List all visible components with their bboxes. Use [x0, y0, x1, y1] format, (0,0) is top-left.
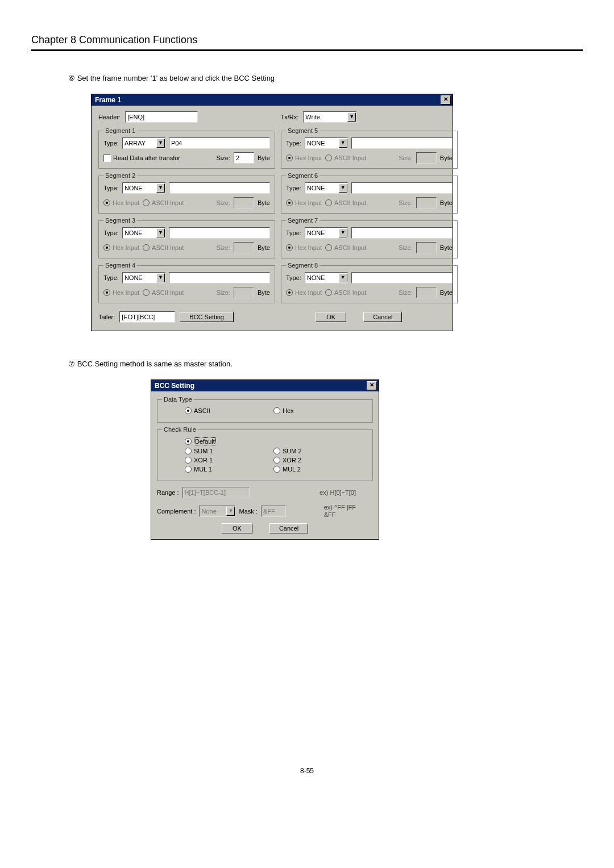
header-label: Header:	[98, 114, 121, 120]
radio-xor1[interactable]: XOR 1	[185, 457, 273, 464]
radio-ascii-input: ASCII Input	[325, 199, 366, 206]
cancel-button[interactable]: Cancel	[363, 312, 402, 322]
radio-dot-icon	[185, 448, 192, 454]
tailer-label: Tailer:	[98, 314, 115, 320]
segment-field[interactable]	[351, 137, 453, 149]
radio-dot-icon	[286, 155, 293, 161]
radio-sum1[interactable]: SUM 1	[185, 448, 273, 454]
close-icon[interactable]: ✕	[367, 381, 377, 390]
segment-legend: Segment 7	[286, 217, 320, 224]
segment-field[interactable]	[351, 227, 453, 239]
radio-default[interactable]: Default	[185, 437, 362, 445]
size-label: Size:	[216, 199, 230, 206]
type-select[interactable]: NONE▼	[305, 182, 348, 194]
mask-input	[261, 506, 286, 517]
segment-4: Segment 4Type:NONE▼Hex InputASCII InputS…	[98, 262, 275, 303]
size-input	[416, 152, 437, 164]
bcc-ok-button[interactable]: OK	[222, 523, 252, 533]
radio-hex[interactable]: Hex	[273, 407, 362, 414]
byte-label: Byte	[258, 289, 270, 296]
type-label: Type:	[286, 229, 301, 236]
segment-legend: Segment 1	[103, 127, 137, 134]
segment-field[interactable]	[169, 227, 270, 239]
chevron-down-icon: ▼	[339, 183, 347, 193]
read-data-checkbox[interactable]: Read Data after transfor	[103, 155, 180, 162]
radio-dot-icon	[185, 466, 192, 473]
radio-hex-input: Hex Input	[103, 244, 139, 251]
type-label: Type:	[103, 229, 119, 236]
radio-sum2[interactable]: SUM 2	[273, 448, 362, 454]
byte-label: Byte	[258, 199, 270, 206]
ok-button[interactable]: OK	[316, 312, 346, 322]
type-select[interactable]: NONE▼	[305, 137, 348, 149]
radio-ascii-input: ASCII Input	[143, 244, 184, 251]
segment-field[interactable]	[169, 272, 270, 283]
radio-xor2[interactable]: XOR 2	[273, 457, 362, 464]
radio-ascii[interactable]: ASCII	[185, 407, 273, 414]
type-select[interactable]: NONE▼	[122, 227, 165, 239]
radio-mul1[interactable]: MUL 1	[185, 466, 273, 473]
radio-hex-input: Hex Input	[286, 199, 322, 206]
step-7-text: BCC Setting method is same as master sta…	[77, 360, 233, 368]
radio-hex-input: Hex Input	[103, 289, 139, 296]
step-7: ⑦ BCC Setting method is same as master s…	[68, 360, 583, 368]
radio-dot-icon	[325, 155, 332, 161]
size-input	[416, 197, 437, 208]
range-label: Range :	[157, 489, 179, 496]
radio-dot-icon	[103, 289, 110, 296]
size-label: Size:	[399, 289, 412, 296]
type-select[interactable]: NONE▼	[305, 227, 348, 239]
radio-dot-icon	[103, 199, 110, 206]
radio-ascii-input: ASCII Input	[325, 155, 366, 161]
size-input[interactable]	[234, 152, 254, 164]
radio-mul2[interactable]: MUL 2	[273, 466, 362, 473]
size-input	[234, 287, 254, 298]
segment-field[interactable]	[351, 272, 453, 283]
size-input	[416, 287, 437, 298]
chevron-down-icon: ▼	[339, 273, 347, 282]
close-icon[interactable]: ✕	[441, 95, 451, 105]
txrx-select[interactable]: Write ▼	[303, 111, 356, 123]
radio-dot-icon	[325, 244, 332, 251]
type-select[interactable]: NONE▼	[122, 272, 165, 283]
type-select[interactable]: NONE▼	[305, 272, 348, 283]
size-label: Size:	[399, 244, 412, 251]
type-label: Type:	[286, 274, 301, 281]
complement-label: Complement :	[157, 508, 196, 515]
radio-dot-icon	[273, 466, 280, 473]
mask-example: ex) ^FF |FF &FF	[324, 504, 373, 519]
byte-label: Byte	[440, 289, 453, 296]
segment-8: Segment 8Type:NONE▼Hex InputASCII InputS…	[281, 262, 458, 303]
radio-dot-icon	[325, 199, 332, 206]
segment-1: Segment 1Type:ARRAY▼Read Data after tran…	[98, 127, 275, 169]
bcc-dialog: BCC Setting ✕ Data Type ASCII Hex	[151, 379, 379, 540]
segment-field[interactable]	[351, 182, 453, 194]
segment-legend: Segment 3	[103, 217, 137, 224]
step-7-num: ⑦	[68, 360, 75, 368]
type-label: Type:	[286, 185, 301, 191]
segment-field[interactable]	[169, 182, 270, 194]
byte-label: Byte	[440, 199, 453, 206]
tailer-input[interactable]	[119, 311, 175, 323]
type-select[interactable]: NONE▼	[122, 182, 165, 194]
bcc-setting-button[interactable]: BCC Setting	[180, 312, 234, 322]
chevron-down-icon: ▼	[347, 112, 356, 122]
radio-ascii-input: ASCII Input	[143, 289, 184, 296]
segment-legend: Segment 2	[103, 172, 137, 179]
header-input[interactable]	[125, 111, 198, 123]
size-label: Size:	[216, 289, 230, 296]
page-number: 8-55	[31, 767, 583, 775]
type-select[interactable]: ARRAY▼	[122, 137, 165, 149]
segment-legend: Segment 5	[286, 127, 320, 134]
range-example: ex) H[0]~T[0]	[320, 489, 373, 496]
segment-legend: Segment 6	[286, 172, 320, 179]
chevron-down-icon: ▼	[156, 139, 165, 148]
type-label: Type:	[103, 274, 119, 281]
data-type-legend: Data Type	[162, 396, 194, 403]
range-input	[182, 487, 250, 498]
radio-dot-icon	[143, 199, 150, 206]
bcc-cancel-button[interactable]: Cancel	[269, 523, 308, 533]
byte-label: Byte	[440, 155, 453, 161]
size-label: Size:	[399, 155, 412, 161]
segment-field[interactable]	[169, 137, 270, 149]
